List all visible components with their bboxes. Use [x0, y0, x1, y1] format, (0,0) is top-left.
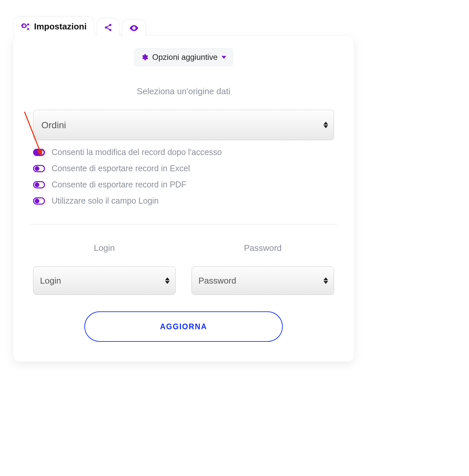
- share-icon: [104, 23, 112, 32]
- toggle-login-only[interactable]: [33, 197, 45, 205]
- tab-share[interactable]: [97, 18, 119, 36]
- data-source-select[interactable]: Ordini: [33, 110, 334, 140]
- additional-options-label: Opzioni aggiuntive: [152, 53, 217, 62]
- tab-preview[interactable]: [122, 20, 146, 36]
- tabs-row: Impostazioni: [13, 17, 354, 36]
- svg-point-2: [27, 28, 29, 30]
- toggle-allow-edit[interactable]: [33, 149, 45, 156]
- gear-icon: [141, 54, 148, 61]
- tab-settings[interactable]: Impostazioni: [13, 17, 94, 36]
- update-button[interactable]: AGGIORNA: [84, 311, 283, 342]
- toggle-allow-edit-label: Consenti la modifica del record dopo l'a…: [52, 147, 222, 157]
- svg-point-1: [27, 23, 29, 25]
- data-source-heading: Seleziona un'origine dati: [33, 86, 334, 97]
- password-field-select[interactable]: Password: [192, 266, 334, 295]
- divider: [30, 224, 337, 224]
- settings-panel: Opzioni aggiuntive Seleziona un'origine …: [13, 36, 354, 362]
- svg-point-5: [109, 29, 111, 31]
- gears-icon: [21, 22, 31, 31]
- tab-settings-label: Impostazioni: [34, 21, 87, 32]
- login-heading: Login: [33, 243, 176, 253]
- password-heading: Password: [192, 243, 334, 253]
- toggle-export-pdf[interactable]: [33, 181, 45, 188]
- eye-icon: [129, 24, 139, 32]
- svg-point-6: [134, 27, 135, 28]
- caret-down-icon: [222, 56, 226, 59]
- toggle-export-excel-label: Consente di esportare record in Excel: [52, 164, 190, 173]
- toggle-export-excel[interactable]: [33, 165, 45, 172]
- additional-options-menu[interactable]: Opzioni aggiuntive: [134, 48, 233, 66]
- toggle-login-only-label: Utilizzare solo il campo Login: [52, 196, 159, 206]
- svg-point-4: [109, 24, 111, 26]
- toggles-group: Consenti la modifica del record dopo l'a…: [33, 147, 334, 206]
- login-field-select[interactable]: Login: [33, 266, 176, 295]
- toggle-export-pdf-label: Consente di esportare record in PDF: [52, 180, 186, 189]
